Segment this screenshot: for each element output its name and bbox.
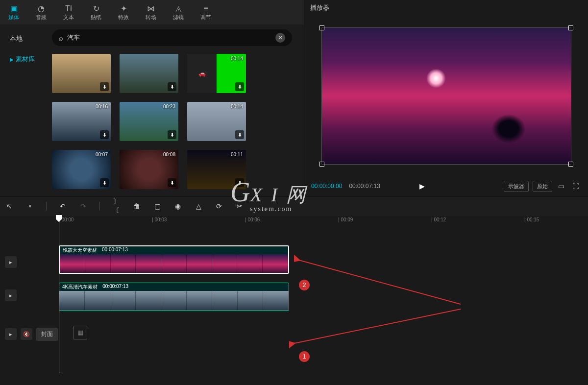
cover-placeholder-icon[interactable]: ▦	[74, 326, 87, 339]
download-icon[interactable]: ⬇	[235, 130, 244, 139]
player-viewport	[304, 16, 588, 176]
ruler-mark: | 00:09	[338, 217, 353, 222]
cover-track[interactable]: ▦	[59, 326, 588, 345]
side-nav: 本地 ▶素材库	[0, 24, 49, 196]
tab-sticker[interactable]: ↻贴纸	[82, 1, 110, 24]
filter-icon: ◬	[175, 4, 181, 14]
clip-name: 4K高清汽车素材	[62, 284, 98, 290]
speed-tool[interactable]: ◉	[173, 202, 182, 210]
tab-transition[interactable]: ⋈转场	[137, 1, 165, 24]
thumb-duration: 00:14	[231, 56, 243, 61]
media-thumbnail[interactable]: 00:16⬇	[52, 102, 111, 141]
timeline-toolbar: ↖ ▾ ↶ ↷ 〕〔 🗑 ▢ ◉ △ ⟳ ✂	[0, 196, 588, 216]
sidebar-item-local[interactable]: 本地	[4, 29, 45, 48]
video-track-2[interactable]: 4K高清汽车素材 00:00:07:13	[59, 283, 588, 313]
play-button[interactable]: ▶	[419, 182, 425, 190]
ratio-icon[interactable]: ▭	[556, 182, 566, 190]
track-toggle-icon[interactable]: ▸	[5, 328, 17, 340]
download-icon[interactable]: ⬇	[100, 130, 109, 139]
media-thumbnail[interactable]: 00:11⬇	[187, 150, 246, 189]
audio-icon: ◔	[38, 4, 45, 14]
tab-adjust[interactable]: ≡调节	[192, 1, 220, 24]
thumb-duration: 00:08	[163, 152, 175, 157]
media-thumbnail[interactable]: ⬇	[52, 54, 111, 93]
cursor-tool[interactable]: ↖	[5, 202, 14, 210]
download-icon[interactable]: ⬇	[235, 178, 244, 187]
split-tool[interactable]: 〕〔	[112, 197, 121, 215]
transition-icon: ⋈	[147, 4, 155, 14]
preview-frame[interactable]	[321, 27, 571, 165]
fullscreen-icon[interactable]: ⛶	[570, 182, 581, 190]
tab-label: 滤镜	[173, 14, 184, 21]
rotate-tool[interactable]: ⟳	[215, 202, 223, 210]
tab-effects[interactable]: ✦特效	[110, 1, 137, 24]
redo-button[interactable]: ↷	[79, 202, 88, 210]
delete-tool[interactable]: 🗑	[132, 202, 141, 210]
download-icon[interactable]: ⬇	[100, 178, 109, 187]
resize-handle-br[interactable]	[568, 162, 573, 167]
video-track-1[interactable]: 晚霞大天空素材 00:00:07:13	[59, 245, 588, 276]
frame-tool[interactable]: ▢	[153, 202, 162, 210]
track-toggle-icon[interactable]: ▸	[5, 256, 17, 268]
clip-duration: 00:00:07:13	[102, 247, 128, 254]
cover-button[interactable]: 封面	[36, 328, 58, 341]
cursor-dropdown[interactable]: ▾	[25, 204, 34, 209]
tab-audio[interactable]: ◔音频	[27, 1, 55, 24]
media-thumbnail[interactable]: ⬇	[120, 54, 178, 93]
clip-sunset[interactable]: 晚霞大天空素材 00:00:07:13	[59, 245, 289, 274]
clip-name: 晚霞大天空素材	[63, 247, 97, 254]
track-labels: ▸ ▸ ▸ 🔇 封面	[0, 226, 59, 385]
text-icon: TI	[65, 4, 72, 14]
media-thumbnail[interactable]: 00:08⬇	[120, 150, 178, 189]
sidebar-item-label: 素材库	[16, 55, 35, 63]
player-title: 播放器	[304, 0, 588, 16]
time-duration: 00:00:07:13	[349, 183, 380, 190]
resize-handle-tr[interactable]	[568, 25, 573, 30]
clip-car[interactable]: 4K高清汽车素材 00:00:07:13	[59, 283, 289, 311]
track-toggle-icon[interactable]: ▸	[5, 289, 17, 301]
media-thumbnail[interactable]: 00:07⬇	[52, 150, 111, 189]
tab-label: 文本	[63, 14, 74, 21]
ruler-mark: | 00:12	[431, 217, 446, 222]
thumb-duration: 00:11	[231, 152, 243, 157]
media-thumbnail[interactable]: 00:23⬇	[120, 102, 178, 141]
download-icon[interactable]: ⬇	[100, 82, 109, 91]
resize-handle-tl[interactable]	[319, 25, 324, 30]
media-icon: ▣	[10, 4, 18, 14]
tab-label: 调节	[200, 14, 211, 21]
resize-handle-bl[interactable]	[319, 162, 324, 167]
crop-tool[interactable]: ✂	[235, 202, 244, 210]
scope-button[interactable]: 示波器	[504, 181, 529, 192]
ruler-mark: | 00:15	[524, 217, 539, 222]
download-icon[interactable]: ⬇	[168, 82, 176, 91]
preview-content	[491, 114, 526, 144]
preview-content	[426, 69, 446, 88]
sidebar-item-library[interactable]: ▶素材库	[4, 50, 45, 69]
clear-icon[interactable]: ✕	[275, 33, 285, 43]
original-button[interactable]: 原始	[533, 181, 552, 192]
download-icon[interactable]: ⬇	[168, 130, 176, 139]
search-bar[interactable]: ⌕ ✕	[52, 29, 292, 46]
playhead[interactable]	[59, 216, 59, 373]
clip-duration: 00:00:07:13	[102, 284, 128, 290]
search-input[interactable]	[67, 34, 275, 42]
time-current: 00:00:00:00	[311, 183, 342, 190]
download-icon[interactable]: ⬇	[235, 82, 244, 91]
player-controls: 00:00:00:00 00:00:07:13 ▶ 示波器 原始 ▭ ⛶	[304, 176, 588, 196]
timeline-ruler[interactable]: | 00:00| 00:03| 00:06| 00:09| 00:12| 00:…	[59, 216, 588, 226]
media-thumbnail[interactable]: 00:14⬇	[187, 102, 246, 141]
tab-filter[interactable]: ◬滤镜	[165, 1, 192, 24]
tab-media[interactable]: ▣媒体	[0, 1, 27, 24]
effects-icon: ✦	[121, 4, 127, 14]
thumb-duration: 00:16	[96, 104, 108, 109]
thumb-duration: 00:23	[163, 104, 175, 109]
mirror-tool[interactable]: △	[194, 202, 203, 210]
download-icon[interactable]: ⬇	[168, 178, 176, 187]
ruler-mark: | 00:03	[152, 217, 167, 222]
track-label-1: ▸	[0, 245, 59, 279]
media-thumbnail[interactable]: 🚗00:14⬇	[187, 54, 246, 93]
mute-icon[interactable]: 🔇	[21, 328, 32, 340]
search-icon: ⌕	[59, 34, 63, 42]
tab-text[interactable]: TI文本	[55, 1, 82, 24]
undo-button[interactable]: ↶	[58, 202, 67, 210]
